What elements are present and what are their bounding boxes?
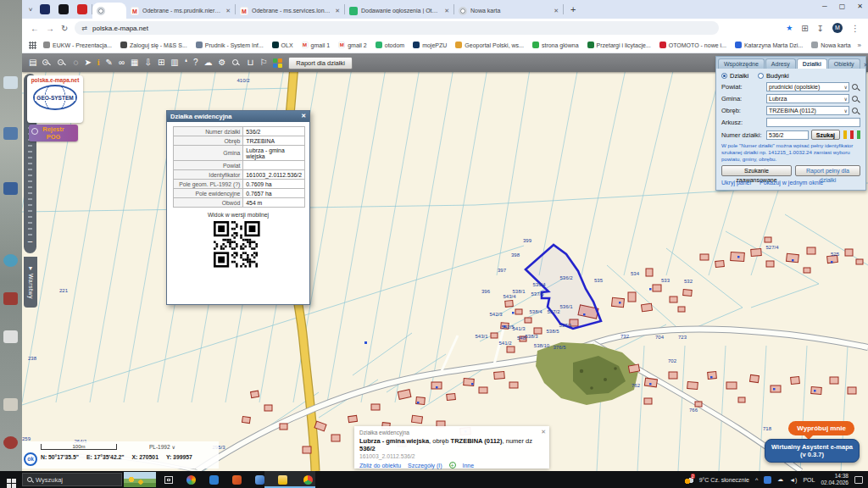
taskbar-app-chrome[interactable] bbox=[303, 475, 313, 485]
input-numerdziałki[interactable]: 536/2 bbox=[766, 130, 809, 140]
bookmark-item[interactable]: strona główna bbox=[532, 42, 579, 48]
zoom-out-icon[interactable]: − bbox=[58, 58, 67, 69]
hide-panel-link[interactable]: Ukryj panel bbox=[721, 180, 751, 186]
info-close-icon[interactable]: ✕ bbox=[541, 429, 546, 435]
pointer-icon[interactable]: ➤ bbox=[84, 53, 91, 72]
advanced-search-button[interactable]: Szukanie zaawansowane bbox=[721, 165, 792, 176]
bookmark-item[interactable]: Przetargi i licytacje... bbox=[587, 42, 651, 48]
info-link-1[interactable]: Zbliż do obiektu bbox=[359, 463, 401, 469]
cloud-upload-icon[interactable]: ☁ bbox=[204, 53, 213, 72]
desktop-icon[interactable] bbox=[3, 182, 18, 195]
tray-expand-icon[interactable]: ^ bbox=[755, 477, 758, 483]
apps-grid-icon[interactable] bbox=[29, 42, 36, 49]
bookmark-item[interactable]: Katarzyna Marta Dzi... bbox=[735, 42, 803, 48]
desktop-icon[interactable] bbox=[3, 292, 18, 305]
bookmark-item[interactable]: OTOMOTO - nowe i... bbox=[659, 42, 726, 48]
weather-widget-image[interactable] bbox=[124, 472, 156, 487]
full-report-button[interactable]: Raport pełny dla działki bbox=[795, 165, 860, 176]
cart-icon[interactable]: ⊔ bbox=[248, 53, 254, 72]
assistant-try-bubble[interactable]: Wypróbuj mnie bbox=[788, 421, 854, 435]
notification-center-icon[interactable] bbox=[854, 476, 863, 484]
panel-tab-współrzędne[interactable]: Współrzędne bbox=[718, 58, 765, 69]
desktop-icon[interactable] bbox=[3, 127, 18, 140]
task-view-icon[interactable] bbox=[164, 476, 173, 484]
select-obręb[interactable]: TRZEBINA (0112)∨ bbox=[766, 106, 849, 115]
bookmark-item[interactable]: OLX bbox=[272, 42, 293, 48]
pinned-tab-2[interactable] bbox=[58, 4, 69, 14]
single-window-link[interactable]: Pokazuj w jednym oknie bbox=[760, 180, 823, 186]
pinned-tab-1[interactable] bbox=[40, 4, 50, 14]
print-icon[interactable]: ▦ bbox=[131, 53, 138, 72]
desktop-icon[interactable] bbox=[3, 254, 18, 267]
measure-icon[interactable]: ✎ bbox=[106, 53, 113, 72]
layers-icon[interactable]: ▤ bbox=[29, 53, 36, 72]
bookmark-star-icon[interactable]: ★ bbox=[786, 24, 793, 32]
doc-search-icon[interactable] bbox=[232, 58, 242, 69]
taskbar-app-copilot[interactable] bbox=[186, 475, 196, 485]
taskbar-app-outlook[interactable] bbox=[209, 475, 219, 485]
panel-tab-działki[interactable]: Działki bbox=[797, 58, 827, 69]
layers-panel-tab[interactable]: ▼ Warstwy bbox=[24, 257, 37, 308]
desktop-icon[interactable] bbox=[3, 76, 18, 89]
link-icon[interactable]: ∞ bbox=[119, 53, 125, 72]
popup-header[interactable]: Działka ewidencyjna ✕ bbox=[167, 111, 309, 122]
select-area-icon[interactable]: ◌ bbox=[73, 53, 78, 72]
taskbar-app-paint3d[interactable] bbox=[232, 475, 242, 485]
settings-icon[interactable]: ⚙ bbox=[219, 53, 226, 72]
desktop-icon[interactable] bbox=[3, 330, 18, 343]
tab-close-icon[interactable]: ✕ bbox=[554, 8, 559, 14]
bookmark-item[interactable]: Zaloguj się - M&S S... bbox=[120, 42, 187, 48]
tab-4[interactable]: Nowa karta✕ bbox=[454, 3, 563, 19]
tab-active-emapa[interactable] bbox=[92, 3, 126, 19]
pinned-tab-3[interactable] bbox=[77, 4, 87, 14]
bookmark-item[interactable]: otodom bbox=[376, 42, 404, 48]
panel-close-icon[interactable]: ✕ bbox=[861, 62, 868, 69]
tab-close-icon[interactable]: ✕ bbox=[225, 8, 231, 14]
zoom-out-control[interactable]: − bbox=[24, 236, 36, 247]
radio-działki[interactable] bbox=[721, 73, 727, 79]
profile-avatar[interactable]: M bbox=[832, 23, 843, 33]
tab-close-icon[interactable]: ✕ bbox=[335, 8, 340, 14]
tab-search-chevron-icon[interactable]: ˅ bbox=[25, 6, 36, 14]
reload-icon[interactable]: ↻ bbox=[61, 24, 68, 33]
back-icon[interactable]: ← bbox=[31, 24, 39, 33]
legend-icon[interactable] bbox=[273, 58, 282, 68]
tab-close-icon[interactable]: ✕ bbox=[444, 8, 449, 14]
radio-budynki[interactable] bbox=[758, 73, 764, 79]
speaker-icon[interactable]: ◄) bbox=[789, 477, 797, 483]
bookmark-item[interactable]: EUKW - Prezentacja... bbox=[43, 42, 112, 48]
bookmark-item[interactable]: Mgmail 2 bbox=[338, 42, 367, 48]
weather-text[interactable]: 9°C Cz. słonecznie bbox=[699, 477, 749, 483]
split-view-icon[interactable]: ▥ bbox=[170, 53, 178, 72]
start-button[interactable] bbox=[0, 471, 22, 488]
magnifier-icon[interactable] bbox=[852, 84, 858, 90]
bookmark-item[interactable]: Geoportal Polski, ws... bbox=[455, 42, 524, 48]
input-arkusz[interactable] bbox=[766, 118, 860, 127]
new-tab-button[interactable]: + bbox=[570, 4, 576, 14]
minimize-button[interactable]: ─ bbox=[822, 3, 827, 10]
popup-close-icon[interactable]: ✕ bbox=[301, 113, 306, 120]
taskbar-app-explorer[interactable] bbox=[278, 475, 287, 485]
search-button[interactable]: Szukaj bbox=[811, 130, 840, 140]
report-parcel-button[interactable]: Raport dla działki bbox=[288, 57, 353, 69]
copy-view-icon[interactable]: ⊞ bbox=[158, 53, 164, 72]
clock[interactable]: 14:3802.04.2026 bbox=[821, 473, 849, 487]
navigation-icon[interactable]: ⚐ bbox=[259, 53, 267, 72]
comment-icon[interactable]: ❛ bbox=[185, 53, 187, 72]
tab-groups-icon[interactable]: ⊞ bbox=[801, 24, 808, 33]
address-bar[interactable]: ⇄ polska.e-mapa.net bbox=[75, 21, 719, 35]
panel-tab-adresy[interactable]: Adresy bbox=[765, 58, 796, 69]
add-circle-icon[interactable]: + bbox=[449, 462, 456, 469]
taskbar-app-photos[interactable] bbox=[255, 475, 264, 485]
street-view-icon[interactable]: ⇩ bbox=[145, 53, 152, 72]
map-viewport[interactable]: 399398397396536/2535534533532536/4538/15… bbox=[22, 53, 868, 471]
menu-icon[interactable]: ⋮ bbox=[851, 24, 860, 33]
site-logo-card[interactable]: polska.e-mapa.net GEO-SYSTEM bbox=[27, 75, 83, 123]
close-button[interactable]: ✕ bbox=[857, 3, 863, 10]
select-powiat[interactable]: prudnicki (opolskie)∨ bbox=[766, 82, 849, 92]
crs-selector[interactable]: PL-1992 ∨ bbox=[149, 444, 175, 450]
bookmark-item[interactable]: Nowa karta bbox=[811, 42, 850, 48]
desktop-icon[interactable] bbox=[3, 398, 18, 411]
help-icon[interactable]: ? bbox=[193, 53, 198, 72]
desktop-icon[interactable] bbox=[3, 436, 18, 449]
